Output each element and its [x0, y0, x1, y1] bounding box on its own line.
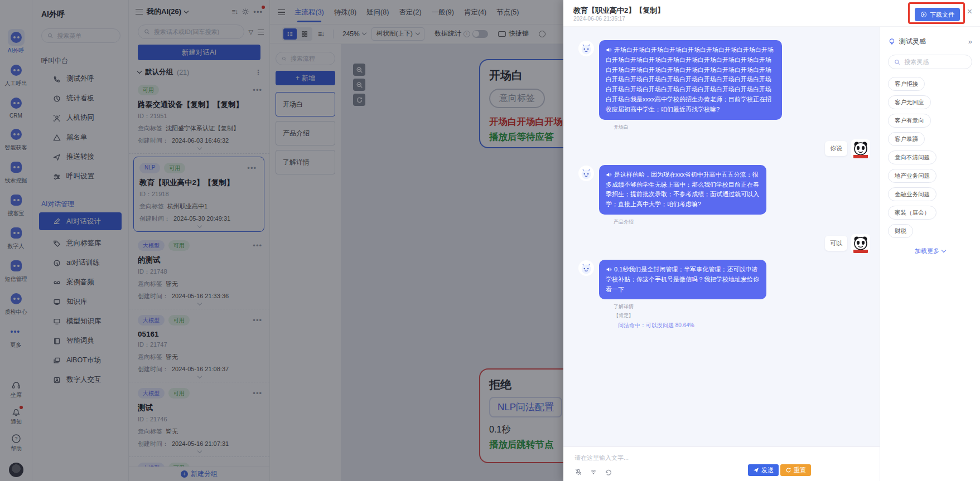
- app-screen: AI外呼 人工呼出 CRM 智能获客 线索挖掘 搜客宝 数字人 短信管理: [0, 0, 980, 481]
- bot-message-row: 开场白开场白开场白开场白开场白开场白开场白开场白开场白开场白开场白开场白开场白开…: [578, 40, 880, 120]
- inspiration-search-input[interactable]: [904, 59, 966, 65]
- panda-avatar: [851, 139, 870, 158]
- chevron-down-icon: [942, 248, 946, 252]
- mic-muted-icon[interactable]: [575, 468, 582, 476]
- node-label: 开场白: [614, 124, 880, 131]
- chat-messages: 开场白开场白开场白开场白开场白开场白开场白开场白开场白开场白开场白开场白开场白开…: [563, 27, 880, 446]
- chat-input[interactable]: [575, 454, 873, 461]
- inspiration-tag[interactable]: 地产业务问题: [888, 169, 936, 183]
- collapse-panel-icon[interactable]: »: [968, 37, 972, 46]
- close-icon[interactable]: ×: [967, 7, 972, 17]
- speaker-icon: [606, 266, 612, 273]
- bot-bubble[interactable]: 是这样的哈，因为现在xxx省初中升高中五五分流；很多成绩不够的学生无缘上高中；那…: [599, 165, 766, 215]
- nlp-hit-result: 问法命中：可以没问题 80.64%: [618, 322, 880, 329]
- inspiration-search[interactable]: [888, 55, 972, 69]
- user-bubble[interactable]: 可以: [825, 236, 847, 251]
- node-label: 了解详情: [614, 303, 880, 310]
- reset-button[interactable]: 重置: [780, 464, 811, 476]
- test-dialog-modal: 教育【职业高中2】【复制】 2024-06-06 21:35:17 下载文件 ×…: [563, 0, 980, 481]
- speaker-icon: [606, 172, 612, 178]
- send-button[interactable]: 发送: [748, 464, 779, 476]
- chat-input-footer: 发送 重置: [563, 446, 880, 481]
- search-icon: [894, 59, 900, 66]
- download-file-button[interactable]: 下载文件: [915, 8, 960, 21]
- inspiration-tag[interactable]: 客户有意向: [888, 114, 931, 128]
- inspiration-tag[interactable]: 意向不清问题: [888, 150, 936, 164]
- inspiration-tag[interactable]: 客户无回应: [888, 95, 931, 109]
- modal-header: 教育【职业高中2】【复制】 2024-06-06 21:35:17 下载文件 ×: [563, 0, 980, 27]
- bot-message-row: 是这样的哈，因为现在xxx省初中升高中五五分流；很多成绩不够的学生无缘上高中；那…: [578, 165, 880, 215]
- panda-avatar: [851, 234, 870, 253]
- reset-icon: [785, 467, 791, 473]
- bot-bubble[interactable]: 开场白开场白开场白开场白开场白开场白开场白开场白开场白开场白开场白开场白开场白开…: [599, 40, 782, 120]
- inspiration-title: 测试灵感: [899, 37, 926, 46]
- chat-preview-area: 开场白开场白开场白开场白开场白开场白开场白开场白开场白开场白开场白开场白开场白开…: [563, 27, 880, 481]
- robot-avatar: [578, 260, 595, 276]
- speaker-icon: [606, 47, 612, 53]
- inspiration-header: 测试灵感 »: [888, 37, 972, 46]
- undo-icon[interactable]: [605, 468, 612, 476]
- signal-icon[interactable]: [590, 468, 597, 476]
- modal-timestamp: 2024-06-06 21:35:17: [573, 16, 625, 22]
- user-message-row: 你说: [578, 139, 880, 158]
- robot-avatar: [578, 165, 595, 182]
- inspiration-tag[interactable]: 金融业务问题: [888, 187, 936, 201]
- input-tool-icons: [575, 468, 612, 476]
- node-label: 产品介绍: [614, 218, 880, 226]
- inspiration-tag[interactable]: 客户拒接: [888, 77, 925, 91]
- user-bubble[interactable]: 你说: [825, 141, 847, 156]
- bot-message-row: 0.1秒我们是全封闭管理；半军事化管理；还可以申请学校补贴；你这个手机号是微信吗…: [578, 260, 880, 299]
- load-more-button[interactable]: 加载更多: [888, 247, 972, 255]
- inspiration-tag[interactable]: 客户暴躁: [888, 132, 925, 146]
- paper-plane-icon: [753, 467, 759, 473]
- user-message-row: 可以: [578, 234, 880, 253]
- cloud-download-icon: [920, 11, 927, 18]
- modal-backdrop[interactable]: [0, 0, 563, 481]
- test-inspiration-panel: 测试灵感 » 客户拒接 客户无回应 客户有意向 客户暴躁 意向不清问题 地产业务…: [880, 27, 980, 481]
- bot-bubble[interactable]: 0.1秒我们是全封闭管理；半军事化管理；还可以申请学校补贴；你这个手机号是微信吗…: [599, 260, 766, 299]
- inspiration-tags: 客户拒接 客户无回应 客户有意向 客户暴躁 意向不清问题 地产业务问题 金融业务…: [888, 77, 972, 238]
- intent-label: 【肯定】: [614, 312, 880, 319]
- inspiration-tag[interactable]: 财税: [888, 224, 913, 238]
- inspiration-tag[interactable]: 家装（展会）: [888, 206, 936, 220]
- bulb-icon: [888, 38, 896, 46]
- robot-avatar: [578, 40, 595, 57]
- modal-title: 教育【职业高中2】【复制】: [573, 6, 664, 16]
